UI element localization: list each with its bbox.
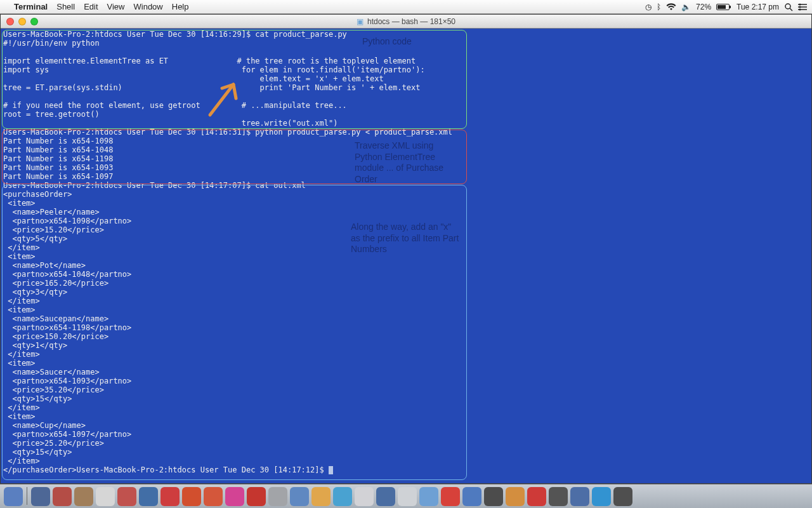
folder-icon: ▣ — [357, 17, 363, 26]
menubar-clock[interactable]: Tue 2:17 pm — [737, 3, 779, 11]
dock-app-3[interactable] — [74, 487, 93, 506]
terminal-window: ▣ htdocs — bash — 181×50 Users-MacBook-P… — [0, 14, 812, 484]
dock-separator — [27, 487, 27, 505]
dock-app-16[interactable] — [355, 487, 374, 506]
dock-app-15[interactable] — [333, 487, 352, 506]
dock-app-27[interactable] — [592, 487, 611, 506]
svg-point-8 — [799, 3, 801, 5]
zoom-button[interactable] — [30, 18, 38, 25]
menu-help[interactable]: Help — [172, 2, 189, 11]
dock-app-25[interactable] — [549, 487, 568, 506]
menubar: Terminal Shell Edit View Window Help ◷ ᛒ… — [0, 0, 812, 14]
clock-extra-icon[interactable]: ◷ — [645, 3, 652, 11]
svg-rect-1 — [730, 6, 731, 8]
dock-app-9[interactable] — [204, 487, 223, 506]
menu-view[interactable]: View — [107, 2, 125, 11]
dock-app-11[interactable] — [247, 487, 266, 506]
dock-app-23[interactable] — [506, 487, 525, 506]
dock-app-19[interactable] — [419, 487, 438, 506]
dock-app-21[interactable] — [462, 487, 481, 506]
spotlight-icon[interactable] — [784, 3, 793, 11]
terminal-output[interactable]: Users-MacBook-Pro-2:htdocs User Tue Dec … — [1, 29, 811, 483]
dock-app-6[interactable] — [139, 487, 158, 506]
svg-line-4 — [790, 8, 792, 11]
dock-app-7[interactable] — [160, 487, 180, 506]
dock-app-0[interactable] — [4, 487, 23, 506]
window-title: htdocs — bash — 181×50 — [367, 17, 455, 26]
dock-app-5[interactable] — [117, 487, 136, 506]
menubar-app-name[interactable]: Terminal — [14, 2, 48, 11]
notification-center-icon[interactable] — [798, 3, 807, 11]
menu-shell[interactable]: Shell — [56, 2, 75, 11]
dock-app-13[interactable] — [290, 487, 309, 506]
dock-app-4[interactable] — [96, 487, 115, 506]
dock-app-1[interactable] — [31, 487, 50, 506]
battery-icon[interactable] — [716, 3, 731, 11]
dock-app-20[interactable] — [441, 487, 460, 506]
svg-rect-2 — [717, 5, 726, 9]
dock-app-8[interactable] — [182, 487, 201, 506]
dock-app-24[interactable] — [527, 487, 546, 506]
battery-percent: 72% — [696, 3, 711, 11]
minimize-button[interactable] — [18, 18, 26, 25]
menu-window[interactable]: Window — [134, 2, 163, 11]
dock-app-26[interactable] — [570, 487, 589, 506]
dock-app-14[interactable] — [311, 487, 331, 506]
dock-app-17[interactable] — [376, 487, 395, 506]
svg-point-3 — [785, 4, 790, 9]
dock-app-10[interactable] — [225, 487, 244, 506]
dock-app-18[interactable] — [398, 487, 417, 506]
svg-point-10 — [799, 8, 801, 10]
dock-app-12[interactable] — [268, 487, 287, 506]
dock-app-22[interactable] — [484, 487, 503, 506]
menu-edit[interactable]: Edit — [84, 2, 98, 11]
dock-app-2[interactable] — [53, 487, 72, 506]
volume-icon[interactable]: 🔈 — [681, 3, 691, 11]
bluetooth-icon[interactable]: ᛒ — [657, 3, 661, 11]
wifi-icon[interactable] — [666, 3, 676, 11]
cursor — [329, 466, 333, 474]
svg-point-9 — [799, 6, 801, 8]
dock-app-28[interactable] — [613, 487, 632, 506]
titlebar[interactable]: ▣ htdocs — bash — 181×50 — [1, 15, 811, 29]
dock — [0, 484, 812, 508]
close-button[interactable] — [6, 18, 14, 25]
